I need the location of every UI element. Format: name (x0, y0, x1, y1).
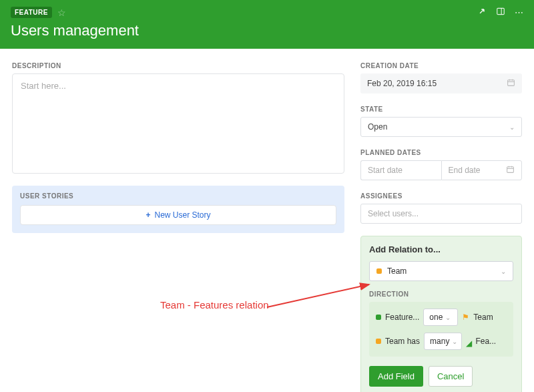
start-date-input[interactable]: Start date (360, 160, 441, 180)
new-user-story-button[interactable]: + New User Story (20, 205, 336, 225)
creation-date-field[interactable]: Feb 20, 2019 16:15 (360, 73, 522, 93)
assignees-placeholder: Select users... (368, 209, 419, 218)
cancel-button[interactable]: Cancel (429, 366, 473, 387)
relation-entity-select[interactable]: Team ⌄ (369, 261, 513, 281)
chevron-down-icon: ⌄ (445, 314, 451, 321)
svg-rect-2 (508, 80, 515, 86)
creation-date-value: Feb 20, 2019 16:15 (367, 79, 437, 88)
user-stories-label: USER STORIES (20, 192, 336, 200)
end-date-placeholder: End date (449, 166, 481, 175)
chevron-down-icon: ⌄ (509, 124, 515, 131)
start-date-placeholder: Start date (368, 166, 403, 175)
panel-icon[interactable] (496, 7, 505, 18)
user-stories-section: USER STORIES + New User Story (12, 186, 344, 233)
calendar-icon (506, 165, 515, 176)
feature-chip-icon (376, 315, 381, 320)
state-select[interactable]: Open ⌄ (360, 117, 522, 137)
assignees-label: ASSIGNEES (360, 192, 522, 200)
direction-row: Feature... one ⌄ ⚑Team (376, 309, 507, 326)
end-date-input[interactable]: End date (441, 160, 523, 180)
team-chip-icon (376, 339, 381, 344)
favorite-star-icon[interactable]: ☆ (57, 7, 66, 18)
direction-label: DIRECTION (369, 290, 513, 298)
svg-rect-6 (507, 167, 514, 173)
cardinality-select[interactable]: many ⌄ (424, 333, 462, 350)
relation-entity-value: Team (387, 266, 407, 276)
cardinality-value: many (430, 337, 449, 346)
assignees-select[interactable]: Select users... (360, 204, 522, 224)
entity-type-badge: FEATURE (11, 7, 52, 18)
header-top: FEATURE ☆ ⋯ (11, 7, 523, 18)
leaf-icon: ◢ (466, 339, 471, 344)
plus-icon: + (146, 210, 150, 220)
direction-box: Feature... one ⌄ ⚑Team Team has many ⌄ (369, 302, 513, 357)
header: FEATURE ☆ ⋯ Users management (0, 0, 534, 49)
description-placeholder: Start here... (21, 81, 66, 91)
direction-right-label: Team (473, 313, 493, 322)
state-label: STATE (360, 106, 522, 113)
svg-rect-0 (497, 8, 505, 14)
direction-right-label: Fea... (475, 337, 496, 346)
team-chip-icon (376, 268, 382, 274)
more-options-icon[interactable]: ⋯ (515, 7, 523, 17)
calendar-icon (507, 78, 515, 89)
cardinality-select[interactable]: one ⌄ (423, 309, 458, 326)
planned-dates-label: PLANNED DATES (360, 149, 522, 156)
add-relation-panel: Add Relation to... Team ⌄ DIRECTION Feat… (360, 236, 522, 392)
page-title[interactable]: Users management (11, 22, 523, 39)
new-user-story-label: New User Story (154, 210, 210, 220)
expand-icon[interactable] (477, 7, 487, 18)
description-input[interactable]: Start here... (12, 73, 344, 174)
creation-date-label: CREATION DATE (360, 62, 522, 69)
cardinality-value: one (429, 313, 443, 322)
chevron-down-icon: ⌄ (501, 268, 506, 275)
add-field-button[interactable]: Add Field (369, 366, 423, 387)
flag-icon: ⚑ (462, 313, 469, 322)
state-value: Open (368, 122, 387, 132)
direction-left-label: Feature... (385, 313, 419, 322)
description-label: DESCRIPTION (12, 62, 344, 69)
direction-row: Team has many ⌄ ◢Fea... (376, 333, 507, 350)
add-relation-title: Add Relation to... (369, 244, 513, 254)
direction-left-label: Team has (385, 337, 420, 346)
chevron-down-icon: ⌄ (452, 338, 457, 345)
